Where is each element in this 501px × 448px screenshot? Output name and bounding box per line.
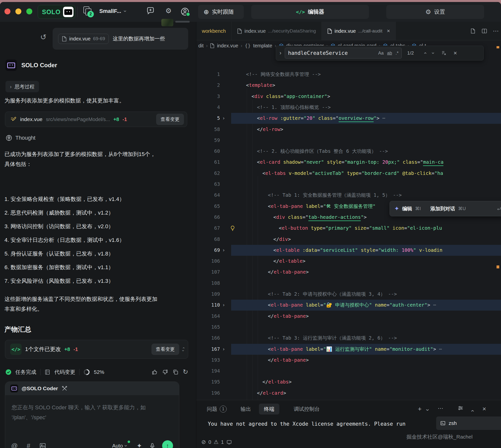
fold-arrow-icon[interactable]: ›: [222, 344, 225, 355]
fold-arrow-icon[interactable]: ›: [222, 300, 225, 311]
thinking-process-toggle[interactable]: › 思考过程: [5, 81, 39, 92]
regex-toggle[interactable]: .*: [395, 51, 398, 56]
code-line-63[interactable]: 63: [196, 179, 501, 190]
code-line-64[interactable]: 64<!-- Tab 1: 安全数据服务管理（涵盖功能项 1, 5） -->: [196, 190, 501, 201]
close-tab-icon[interactable]: ×: [387, 28, 390, 34]
lightbulb-icon[interactable]: [230, 225, 236, 231]
refresh-icon[interactable]: ↻: [183, 368, 188, 376]
new-chat-icon[interactable]: [146, 6, 155, 15]
sparkle-icon[interactable]: ✦: [137, 442, 142, 448]
code-line-195[interactable]: 195</el-tabs>: [196, 377, 501, 387]
code-line-68[interactable]: 68</div>: [196, 234, 501, 245]
expand-collapse-icon[interactable]: ››: [183, 347, 184, 352]
edit-action[interactable]: 编辑: [402, 205, 412, 212]
problems-tab[interactable]: 问题 1: [207, 404, 227, 415]
split-editor-icon[interactable]: [481, 28, 487, 34]
breadcrumb-item[interactable]: template: [253, 43, 272, 49]
code-line-106[interactable]: 106</el-table>: [196, 256, 501, 267]
code-line-164[interactable]: 164</el-tab-pane>: [196, 311, 501, 322]
code-line-167[interactable]: 167›<el-tab-pane label="📊 运行监测与审计" name=…: [196, 344, 501, 355]
undo-icon[interactable]: ↺: [40, 33, 46, 41]
close-panel-icon[interactable]: ×: [482, 405, 486, 413]
code-line-110[interactable]: 110›<el-tab-pane label="🔐 申请与授权中心" name=…: [196, 300, 501, 311]
fold-arrow-icon[interactable]: ›: [222, 245, 225, 256]
account-icon[interactable]: [180, 7, 190, 16]
copy-icon[interactable]: [172, 369, 179, 375]
code-line-193[interactable]: 193</el-tab-pane>: [196, 355, 501, 366]
solo-mode-badge[interactable]: SOLO: [38, 5, 75, 19]
chat-input-placeholder[interactable]: 您正在与 SOLO Coder 聊天，输入 '/' 获取更多能力，如'/plan…: [12, 403, 146, 422]
breadcrumb-item[interactable]: index.vue: [217, 43, 238, 49]
context-tag-icon[interactable]: #: [27, 442, 30, 448]
add-to-chat-action[interactable]: 添加到对话: [430, 205, 455, 212]
code-line-59[interactable]: 59: [196, 135, 501, 146]
debug-console-tab[interactable]: 调试控制台: [294, 404, 320, 415]
editor-view-tab[interactable]: </> 编辑器: [251, 5, 369, 19]
more-actions-icon[interactable]: ⋯: [438, 405, 443, 412]
code-line-4[interactable]: 4<!-- 1. 顶部核心指标概览 -->: [196, 102, 501, 113]
fold-arrow-icon[interactable]: ›: [222, 113, 225, 124]
new-file-icon[interactable]: [470, 28, 476, 34]
code-line-194[interactable]: 194: [196, 366, 501, 377]
code-line-196[interactable]: 196</el-card>: [196, 388, 501, 399]
next-match-icon[interactable]: ›: [430, 52, 436, 54]
chat-input-container[interactable]: @SOLO Coder 您正在与 SOLO Coder 聊天，输入 '/' 获取…: [5, 382, 179, 448]
filter-sliders-icon[interactable]: [458, 405, 464, 411]
find-input[interactable]: handleCreateService Aa ab .*: [285, 48, 402, 59]
code-line-108[interactable]: 108: [196, 278, 501, 289]
terminal-tab[interactable]: 终端: [259, 404, 279, 415]
collapse-find-icon[interactable]: ›: [276, 50, 285, 56]
terminal-profile-dropdown-icon[interactable]: ›: [424, 409, 431, 411]
project-windows-icon[interactable]: 2: [83, 6, 98, 18]
code-area[interactable]: 1<!-- 网络安全数据共享管理 -->2<template>3<div cla…: [196, 51, 501, 400]
zoom-window-button[interactable]: [26, 8, 32, 14]
tab-workbench[interactable]: workbench: [196, 22, 232, 40]
project-switcher[interactable]: SmallF... ›: [99, 8, 126, 14]
code-line-61[interactable]: 61<el-card shadow="never" style="margin-…: [196, 157, 501, 168]
code-line-62[interactable]: 62<el-tabs v-model="activeTab" type="bor…: [196, 168, 501, 179]
settings-gear-icon[interactable]: ⚙: [165, 7, 172, 14]
settings-view-tab[interactable]: ⚙ 设置: [386, 5, 484, 19]
send-button[interactable]: ↑: [162, 440, 173, 448]
tab-index-vue-security[interactable]: index.vue .../securityDataSharing: [232, 22, 322, 40]
code-line-109[interactable]: 109<!-- Tab 2: 申请与授权中心（涵盖功能项 3, 4） -->: [196, 289, 501, 300]
image-icon[interactable]: [39, 442, 46, 448]
code-line-165[interactable]: 165: [196, 322, 501, 333]
model-mode-select[interactable]: Auto ›: [112, 443, 127, 448]
code-line-166[interactable]: 166<!-- Tab 3: 运行监测与审计（涵盖功能项 2, 6） -->: [196, 333, 501, 344]
close-window-button[interactable]: [4, 8, 10, 14]
code-line-58[interactable]: 58</el-row>: [196, 124, 501, 135]
match-case-toggle[interactable]: Aa: [378, 51, 384, 56]
artifacts-card[interactable]: </> 1个文件已更改 +8 -1 查看变更 ››: [5, 340, 188, 359]
tab-index-vue-call-audit[interactable]: index.vue .../call-audit ×: [322, 22, 396, 40]
thumbs-down-icon[interactable]: [162, 369, 168, 375]
code-line-69[interactable]: 69›<el-table :data="serviceList" style="…: [196, 245, 501, 256]
close-find-icon[interactable]: ×: [454, 50, 457, 57]
code-line-3[interactable]: 3<div class="app-container">: [196, 91, 501, 102]
file-change-card[interactable]: index.vue src/views/newPageModel/s... +8…: [5, 112, 187, 127]
view-changes-button[interactable]: 查看变更: [156, 114, 184, 125]
maximize-panel-icon[interactable]: ›: [469, 410, 476, 412]
view-changes-button[interactable]: 查看变更: [151, 344, 179, 355]
new-terminal-icon[interactable]: +: [418, 405, 422, 413]
insert-at-cursor-icon[interactable]: [497, 206, 501, 211]
code-line-5[interactable]: 5›<el-row :gutter="20" class="overview-r…: [196, 113, 501, 124]
terminal-session-item[interactable]: zsh: [436, 416, 501, 430]
output-tab[interactable]: 输出: [241, 404, 251, 415]
whole-word-toggle[interactable]: ab: [387, 51, 392, 56]
more-actions-icon[interactable]: ⋯: [493, 28, 499, 34]
breadcrumb-item[interactable]: dit: [198, 43, 204, 49]
code-line-2[interactable]: 2<template>: [196, 80, 501, 91]
code-change-label[interactable]: 代码变更: [54, 369, 75, 376]
mic-icon[interactable]: [149, 443, 156, 448]
code-line-1[interactable]: 1<!-- 网络安全数据共享管理 -->: [196, 69, 501, 80]
file-reference-pill[interactable]: index.vue 69-69: [58, 34, 109, 44]
minimize-window-button[interactable]: [15, 8, 21, 14]
code-line-67[interactable]: 67<el-button type="primary" size="small"…: [196, 223, 501, 234]
status-bar[interactable]: ⊘ 0 ⚠ 1: [201, 439, 232, 445]
mention-icon[interactable]: @: [11, 442, 18, 448]
follow-button[interactable]: ⊕ 实时跟随: [198, 5, 244, 19]
previous-match-icon[interactable]: ›: [422, 52, 428, 54]
find-in-selection-icon[interactable]: [441, 50, 447, 56]
code-line-60[interactable]: 60<!-- 2. 核心功能操作区（Tabs 整合 6 大功能项） -->: [196, 146, 501, 157]
